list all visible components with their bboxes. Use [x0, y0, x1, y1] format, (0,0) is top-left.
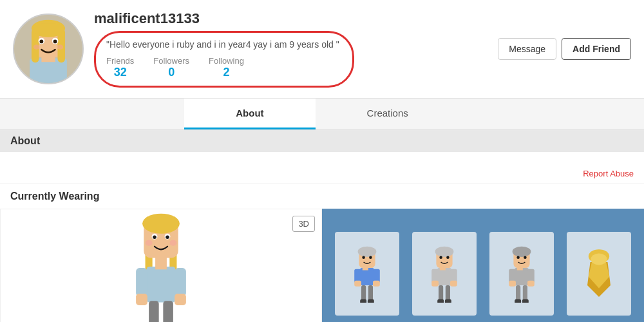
- tab-about[interactable]: About: [184, 99, 315, 129]
- friends-label: Friends: [106, 56, 134, 66]
- item-cards-container: [322, 209, 644, 322]
- about-title-bar: About: [0, 130, 644, 152]
- svg-point-33: [146, 240, 153, 246]
- svg-rect-35: [360, 268, 374, 285]
- svg-rect-68: [516, 285, 520, 301]
- svg-rect-56: [437, 299, 444, 303]
- svg-point-12: [33, 44, 40, 50]
- username: malificent13133: [94, 10, 498, 27]
- svg-rect-17: [136, 268, 147, 296]
- friends-stat: Friends 32: [106, 56, 134, 79]
- svg-point-74: [513, 247, 531, 257]
- followers-label: Followers: [153, 56, 189, 66]
- svg-point-75: [516, 256, 520, 260]
- friends-value: 32: [114, 66, 127, 79]
- tab-creations[interactable]: Creations: [316, 99, 460, 129]
- svg-rect-71: [522, 299, 529, 303]
- svg-point-46: [358, 247, 377, 257]
- stats-row: Friends 32 Followers 0 Following 2: [106, 56, 339, 79]
- svg-point-61: [439, 256, 442, 260]
- svg-rect-21: [149, 301, 159, 322]
- btn-3d[interactable]: 3D: [292, 216, 315, 232]
- profile-header: malificent13133 "Hello everyone i ruby a…: [0, 0, 644, 99]
- character-preview: 3D: [0, 209, 322, 322]
- following-label: Following: [209, 56, 244, 66]
- svg-point-62: [446, 256, 450, 260]
- svg-rect-41: [368, 285, 373, 301]
- svg-rect-53: [450, 281, 457, 287]
- item-card[interactable]: [489, 232, 554, 316]
- svg-rect-49: [437, 268, 451, 285]
- svg-point-32: [166, 236, 169, 240]
- svg-rect-42: [360, 299, 366, 303]
- report-abuse-link[interactable]: Report Abuse: [583, 169, 634, 178]
- svg-point-13: [57, 44, 63, 50]
- svg-point-48: [369, 256, 372, 260]
- tabs-container: About Creations: [0, 99, 644, 130]
- svg-rect-52: [431, 281, 439, 287]
- svg-rect-69: [523, 285, 527, 301]
- svg-point-80: [591, 254, 607, 265]
- item-card[interactable]: [567, 232, 631, 316]
- following-stat: Following 2: [209, 56, 244, 79]
- wearing-section: 3D: [0, 209, 644, 322]
- svg-rect-40: [361, 285, 366, 301]
- add-friend-button[interactable]: Add Friend: [562, 38, 631, 60]
- svg-rect-63: [515, 268, 529, 285]
- profile-info: malificent13133 "Hello everyone i ruby a…: [94, 10, 498, 88]
- svg-rect-22: [163, 301, 173, 322]
- bio-stats-box: "Hello everyone i ruby and i in year4 ya…: [94, 31, 354, 88]
- svg-rect-55: [446, 285, 450, 301]
- svg-rect-28: [144, 216, 178, 229]
- following-value: 2: [223, 66, 229, 79]
- svg-rect-20: [175, 294, 186, 305]
- svg-point-31: [153, 236, 156, 240]
- svg-rect-54: [439, 285, 443, 301]
- svg-rect-18: [175, 268, 186, 296]
- avatar: [13, 14, 84, 84]
- svg-rect-43: [368, 299, 374, 303]
- svg-point-60: [435, 247, 454, 257]
- message-button[interactable]: Message: [498, 38, 556, 60]
- svg-rect-19: [136, 294, 147, 305]
- wearing-title: Currently Wearing: [0, 184, 644, 209]
- svg-rect-7: [34, 23, 62, 35]
- svg-rect-70: [515, 299, 521, 303]
- bio-text: "Hello everyone i ruby and i in year4 ya…: [106, 39, 339, 50]
- svg-point-76: [524, 256, 527, 260]
- followers-value: 0: [168, 66, 175, 79]
- svg-rect-39: [373, 281, 380, 287]
- svg-point-10: [40, 40, 44, 44]
- item-card[interactable]: [335, 232, 399, 316]
- svg-rect-16: [147, 267, 175, 303]
- svg-rect-66: [509, 281, 516, 287]
- svg-point-34: [169, 240, 176, 246]
- svg-rect-67: [527, 281, 535, 287]
- item-card[interactable]: [412, 232, 477, 316]
- svg-point-47: [362, 256, 365, 260]
- about-content: Report Abuse: [0, 152, 644, 184]
- svg-rect-57: [445, 299, 451, 303]
- svg-point-11: [53, 40, 57, 44]
- header-buttons: Message Add Friend: [498, 38, 631, 60]
- svg-rect-38: [354, 281, 361, 287]
- followers-stat: Followers 0: [153, 56, 189, 79]
